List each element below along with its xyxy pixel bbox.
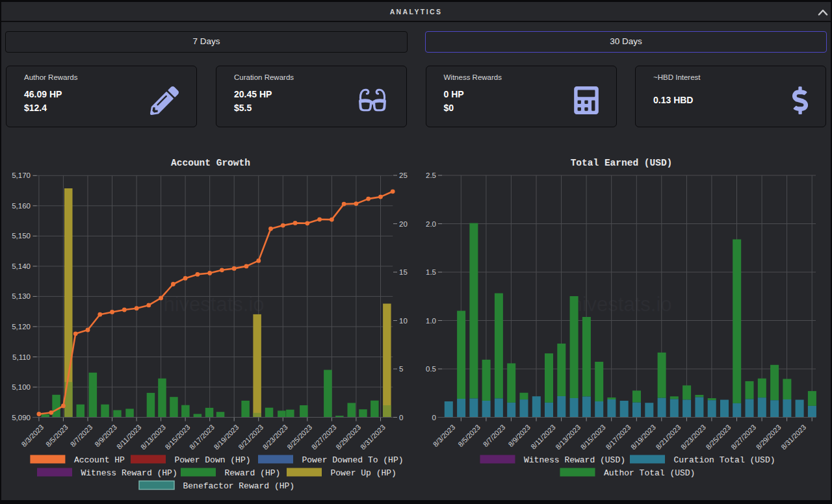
svg-text:Account HP: Account HP: [74, 455, 125, 465]
svg-text:5,150: 5,150: [12, 232, 31, 240]
svg-text:8/29/2023: 8/29/2023: [334, 423, 362, 451]
svg-text:8/25/2023: 8/25/2023: [285, 423, 313, 451]
svg-text:Power Down (HP): Power Down (HP): [175, 455, 251, 465]
svg-text:10: 10: [399, 317, 408, 325]
svg-text:0: 0: [399, 414, 403, 422]
svg-text:Account Growth: Account Growth: [171, 158, 250, 168]
svg-text:8/5/2023: 8/5/2023: [44, 423, 70, 448]
svg-text:5,170: 5,170: [12, 171, 31, 179]
svg-text:8/13/2023: 8/13/2023: [554, 423, 582, 451]
svg-text:8/11/2023: 8/11/2023: [529, 423, 557, 451]
svg-text:8/15/2023: 8/15/2023: [163, 423, 191, 451]
svg-text:8/27/2023: 8/27/2023: [729, 423, 757, 451]
svg-text:25: 25: [399, 171, 408, 179]
svg-text:8/29/2023: 8/29/2023: [755, 423, 783, 451]
svg-text:0: 0: [432, 414, 436, 422]
svg-text:Power Up (HP): Power Up (HP): [331, 468, 396, 478]
svg-text:5,120: 5,120: [12, 323, 31, 331]
svg-text:8/23/2023: 8/23/2023: [679, 423, 707, 451]
svg-text:Author Total (USD): Author Total (USD): [604, 468, 695, 478]
svg-text:8/9/2023: 8/9/2023: [93, 423, 118, 448]
svg-text:5,110: 5,110: [12, 353, 31, 361]
svg-text:5: 5: [399, 365, 403, 373]
svg-text:15: 15: [399, 268, 408, 276]
svg-text:5,100: 5,100: [12, 383, 31, 391]
svg-text:8/27/2023: 8/27/2023: [310, 423, 338, 451]
svg-text:8/15/2023: 8/15/2023: [579, 423, 607, 451]
svg-text:0.5: 0.5: [426, 365, 436, 373]
svg-text:8/7/2023: 8/7/2023: [69, 423, 94, 448]
svg-text:8/5/2023: 8/5/2023: [456, 423, 482, 448]
svg-text:Witness Reward (USD): Witness Reward (USD): [524, 455, 625, 465]
svg-text:20: 20: [399, 220, 408, 228]
svg-text:5,090: 5,090: [12, 414, 31, 422]
svg-text:8/19/2023: 8/19/2023: [629, 423, 657, 451]
svg-text:8/21/2023: 8/21/2023: [237, 423, 265, 451]
svg-text:Witness Reward (HP): Witness Reward (HP): [81, 468, 177, 478]
svg-text:2.5: 2.5: [426, 171, 436, 179]
svg-text:8/23/2023: 8/23/2023: [261, 423, 289, 451]
svg-text:Curation Total (USD): Curation Total (USD): [674, 455, 775, 465]
svg-text:8/17/2023: 8/17/2023: [604, 423, 632, 451]
svg-text:8/25/2023: 8/25/2023: [705, 423, 733, 451]
svg-text:8/13/2023: 8/13/2023: [139, 423, 167, 451]
svg-text:Total Earned (USD): Total Earned (USD): [571, 158, 673, 168]
svg-text:5,130: 5,130: [12, 292, 31, 300]
svg-text:Power Downed To (HP): Power Downed To (HP): [302, 455, 404, 465]
svg-text:8/21/2023: 8/21/2023: [654, 423, 682, 451]
svg-text:5,140: 5,140: [12, 262, 31, 270]
svg-text:5,160: 5,160: [12, 202, 31, 210]
svg-text:8/3/2023: 8/3/2023: [20, 423, 46, 448]
svg-text:8/31/2023: 8/31/2023: [359, 423, 387, 451]
svg-text:Reward (HP): Reward (HP): [225, 468, 281, 478]
svg-text:1.0: 1.0: [426, 317, 436, 325]
svg-text:8/3/2023: 8/3/2023: [432, 423, 457, 448]
svg-text:8/31/2023: 8/31/2023: [779, 423, 807, 451]
svg-text:1.5: 1.5: [426, 268, 436, 276]
svg-text:8/9/2023: 8/9/2023: [506, 423, 532, 448]
svg-text:8/17/2023: 8/17/2023: [188, 423, 216, 451]
svg-text:8/11/2023: 8/11/2023: [115, 423, 143, 451]
svg-text:2.0: 2.0: [426, 220, 436, 228]
svg-text:8/19/2023: 8/19/2023: [213, 423, 240, 451]
svg-text:Benefactor Reward (HP): Benefactor Reward (HP): [183, 481, 295, 491]
svg-text:8/7/2023: 8/7/2023: [482, 423, 507, 448]
